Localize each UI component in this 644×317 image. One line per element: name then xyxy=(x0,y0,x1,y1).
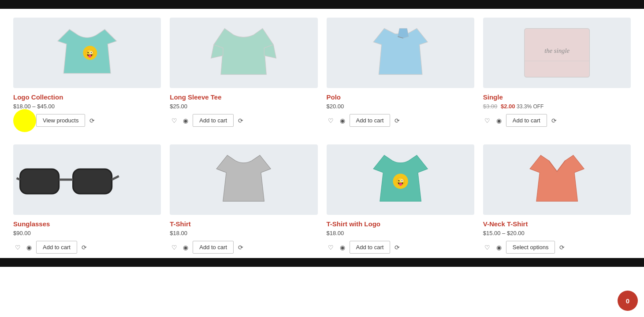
top-row: 😜 Logo Collection $18.00 – $45.00 ♡ ◉ Vi… xyxy=(0,9,644,131)
heart-icon-t-shirt[interactable]: ♡ xyxy=(170,243,179,252)
refresh-icon-v-neck-tshirt[interactable]: ⟳ xyxy=(558,243,566,252)
product-actions-single: ♡ ◉ Add to cart ⟳ xyxy=(483,114,631,127)
add-to-cart-button-sunglasses[interactable]: Add to cart xyxy=(36,241,77,254)
svg-text:😜: 😜 xyxy=(395,177,405,186)
product-price-sunglasses: $90.00 xyxy=(13,230,161,236)
svg-rect-7 xyxy=(73,169,112,194)
add-to-cart-button-long-sleeve-tee[interactable]: Add to cart xyxy=(193,114,234,127)
heart-icon-v-neck-tshirt[interactable]: ♡ xyxy=(483,243,492,252)
product-name-logo-collection: Logo Collection xyxy=(13,93,161,101)
product-price-new-single: $2.00 xyxy=(501,103,515,110)
product-actions-long-sleeve-tee: ♡ ◉ Add to cart ⟳ xyxy=(170,114,317,127)
product-name-v-neck-tshirt: V-Neck T-Shirt xyxy=(483,220,631,228)
eye-icon-long-sleeve-tee[interactable]: ◉ xyxy=(181,116,190,125)
product-name-polo: Polo xyxy=(327,93,474,101)
product-price-v-neck-tshirt: $15.00 – $20.00 xyxy=(483,230,631,236)
product-price-old-single: $3.00 xyxy=(483,103,498,110)
product-actions-t-shirt-logo: ♡ ◉ Add to cart ⟳ xyxy=(327,241,474,254)
eye-icon-t-shirt-logo[interactable]: ◉ xyxy=(338,243,347,252)
page-wrapper: 😜 Logo Collection $18.00 – $45.00 ♡ ◉ Vi… xyxy=(0,0,644,267)
product-actions-v-neck-tshirt: ♡ ◉ Select options ⟳ xyxy=(483,241,631,254)
eye-icon-sunglasses[interactable]: ◉ xyxy=(25,243,34,252)
product-actions-polo: ♡ ◉ Add to cart ⟳ xyxy=(327,114,474,127)
product-image-long-sleeve xyxy=(170,18,317,88)
product-price-t-shirt-logo: $18.00 xyxy=(327,230,474,236)
product-image-sunglasses xyxy=(13,144,161,215)
product-name-sunglasses: Sunglasses xyxy=(13,220,161,228)
product-price-single: $3.00 $2.00 33.3% OFF xyxy=(483,103,631,110)
product-name-t-shirt-logo: T-Shirt with Logo xyxy=(327,220,474,228)
heart-icon-long-sleeve-tee[interactable]: ♡ xyxy=(170,116,179,125)
product-image-single: the single xyxy=(483,18,631,88)
product-name-single: Single xyxy=(483,93,631,101)
add-to-cart-button-t-shirt-logo[interactable]: Add to cart xyxy=(350,241,391,254)
product-price-t-shirt: $18.00 xyxy=(170,230,317,236)
heart-icon-sunglasses[interactable]: ♡ xyxy=(13,243,22,252)
add-to-cart-button-single[interactable]: Add to cart xyxy=(506,114,547,127)
top-bar xyxy=(0,0,644,9)
refresh-icon-polo[interactable]: ⟳ xyxy=(393,116,402,125)
select-options-button-v-neck-tshirt[interactable]: Select options xyxy=(506,241,555,254)
product-card-t-shirt-logo: 😜 T-Shirt with Logo $18.00 ♡ ◉ Add to ca… xyxy=(322,140,479,258)
refresh-icon-logo-collection[interactable]: ⟳ xyxy=(88,116,97,125)
product-actions-sunglasses: ♡ ◉ Add to cart ⟳ xyxy=(13,241,161,254)
product-image-t-shirt-logo: 😜 xyxy=(327,144,474,215)
product-image-polo xyxy=(327,18,474,88)
heart-icon-single[interactable]: ♡ xyxy=(483,116,492,125)
product-card-long-sleeve-tee: Long Sleeve Tee $25.00 ♡ ◉ Add to cart ⟳ xyxy=(165,13,322,131)
add-to-cart-button-t-shirt[interactable]: Add to cart xyxy=(193,241,234,254)
product-card-logo-collection: 😜 Logo Collection $18.00 – $45.00 ♡ ◉ Vi… xyxy=(9,13,165,131)
product-card-polo: Polo $20.00 ♡ ◉ Add to cart ⟳ xyxy=(322,13,479,131)
product-card-single: the single Single $3.00 $2.00 33.3% OFF … xyxy=(479,13,635,131)
heart-icon-t-shirt-logo[interactable]: ♡ xyxy=(327,243,335,252)
product-price-off-single: 33.3% OFF xyxy=(517,103,543,110)
product-image-t-shirt xyxy=(170,144,317,215)
svg-line-9 xyxy=(17,178,20,180)
refresh-icon-t-shirt[interactable]: ⟳ xyxy=(236,243,245,252)
svg-text:the single: the single xyxy=(544,47,570,54)
refresh-icon-sunglasses[interactable]: ⟳ xyxy=(80,243,89,252)
product-image-logo-collection: 😜 xyxy=(13,18,161,88)
product-name-long-sleeve-tee: Long Sleeve Tee xyxy=(170,93,317,101)
svg-rect-6 xyxy=(20,169,59,194)
eye-icon-v-neck-tshirt[interactable]: ◉ xyxy=(495,243,503,252)
eye-icon-polo[interactable]: ◉ xyxy=(338,116,347,125)
heart-icon-polo[interactable]: ♡ xyxy=(327,116,335,125)
eye-icon-single[interactable]: ◉ xyxy=(495,116,503,125)
product-card-sunglasses: Sunglasses $90.00 ♡ ◉ Add to cart ⟳ xyxy=(9,140,165,258)
eye-icon-t-shirt[interactable]: ◉ xyxy=(181,243,190,252)
refresh-icon-t-shirt-logo[interactable]: ⟳ xyxy=(393,243,402,252)
product-card-v-neck-tshirt: V-Neck T-Shirt $15.00 – $20.00 ♡ ◉ Selec… xyxy=(479,140,635,258)
product-price-polo: $20.00 xyxy=(327,103,474,110)
product-price-long-sleeve-tee: $25.00 xyxy=(170,103,317,110)
product-actions-t-shirt: ♡ ◉ Add to cart ⟳ xyxy=(170,241,317,254)
refresh-icon-long-sleeve-tee[interactable]: ⟳ xyxy=(236,116,245,125)
bottom-bar xyxy=(0,258,644,267)
product-name-t-shirt: T-Shirt xyxy=(170,220,317,228)
product-card-t-shirt: T-Shirt $18.00 ♡ ◉ Add to cart ⟳ xyxy=(165,140,322,258)
add-to-cart-button-polo[interactable]: Add to cart xyxy=(350,114,391,127)
bottom-row: Sunglasses $90.00 ♡ ◉ Add to cart ⟳ T-Sh… xyxy=(0,136,644,258)
view-products-button-logo-collection[interactable]: View products xyxy=(36,114,85,127)
refresh-icon-single[interactable]: ⟳ xyxy=(550,116,558,125)
product-image-v-neck-tshirt xyxy=(483,144,631,215)
svg-text:😜: 😜 xyxy=(85,48,95,58)
svg-line-10 xyxy=(112,176,119,180)
product-price-logo-collection: $18.00 – $45.00 xyxy=(13,103,161,110)
